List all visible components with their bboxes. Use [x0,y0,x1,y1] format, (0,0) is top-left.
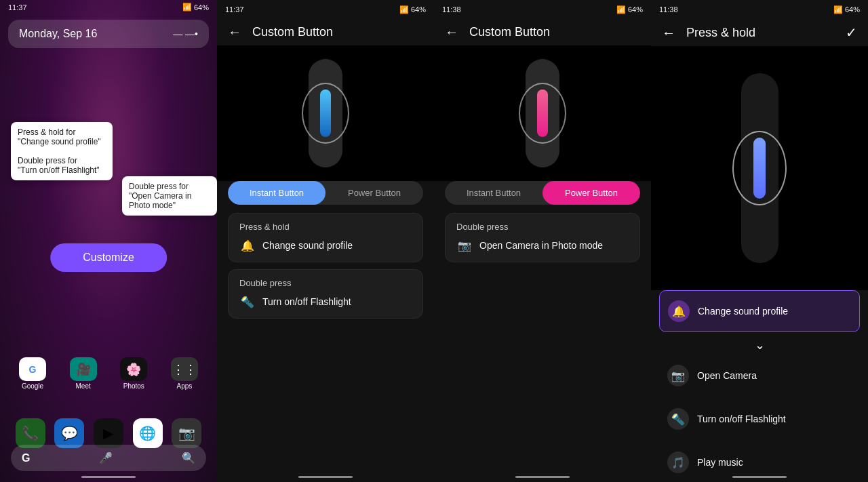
sound-profile-icon: 🔔 [668,300,690,322]
mic-icon[interactable]: 🎤 [99,451,113,464]
dock-messages[interactable]: 💬 [54,418,84,448]
date-widget: Monday, Sep 16 — —• [8,20,209,48]
home-indicator [81,476,136,478]
device-stick-3 [526,59,559,167]
confirm-button[interactable]: ✓ [846,24,857,41]
panel-custom-instant: 11:37 📶 64% ← Custom Button Instant Butt… [217,0,434,482]
selection-item-flashlight[interactable]: 🔦 Turn on/off Flashlight [659,399,860,439]
selection-item-sound[interactable]: 🔔 Change sound profile [659,290,860,332]
home-status-icons: 📶 64% [182,3,209,12]
status-bar-4: 11:38 📶 64% [651,0,868,19]
google-g-logo: G [22,452,30,464]
device-stick-4 [741,73,778,263]
battery-icon-3: 64% [628,5,643,14]
widget-controls: — —• [173,28,198,39]
home-time: 11:37 [8,3,27,12]
back-button-3[interactable]: ← [445,24,458,40]
panel-custom-power: 11:38 📶 64% ← Custom Button Instant Butt… [434,0,651,482]
back-button-2[interactable]: ← [228,24,241,40]
flashlight-icon: 🔦 [239,294,256,310]
tooltip1-line1: Press & hold for [18,127,106,137]
tooltip-press-hold: Press & hold for "Change sound profile" … [11,122,113,180]
time-4: 11:38 [659,5,678,14]
status-bar-home: 11:37 📶 64% [0,0,217,14]
home-search-bar[interactable]: G 🎤 🔍 [11,445,206,471]
tab-power-3[interactable]: Power Button [542,181,640,205]
home-indicator-2 [298,476,353,478]
double-press-card-3[interactable]: Double press 📷 Open Camera in Photo mode [445,213,640,262]
back-button-4[interactable]: ← [662,25,675,41]
panel-home: 11:37 📶 64% Monday, Sep 16 — —• Press & … [0,0,217,482]
flashlight-label: Turn on/off Flashlight [697,414,786,424]
battery-icon-2: 64% [411,5,426,14]
lens-icon[interactable]: 🔍 [182,451,195,464]
chevron-down-icon: ⌄ [659,335,860,355]
wifi-icon: 📶 [182,3,192,12]
open-camera-icon: 📷 [667,365,689,386]
music-icon: 🎵 [667,451,689,473]
wifi-icon-2: 📶 [399,5,409,14]
device-circle-3 [519,83,566,144]
action-cards-2: Press & hold 🔔 Change sound profile Doub… [217,213,434,482]
home-indicator-3 [515,476,570,478]
tooltip2-line2: "Open Camera in [129,191,210,201]
dock-camera[interactable]: 📷 [172,418,201,448]
time-2: 11:37 [225,5,244,14]
double-press-action: 🔦 Turn on/off Flashlight [239,294,412,310]
press-hold-label: Press & hold [239,222,412,232]
device-stick-2 [309,59,342,167]
double-press-label: Double press [239,278,412,288]
double-press-label-3: Double press [456,222,629,232]
nav-bar-4: ← Press & hold ✓ [651,19,868,46]
customize-button[interactable]: Customize [50,243,167,272]
double-press-action-text-3: Open Camera in Photo mode [479,240,603,251]
double-press-card[interactable]: Double press 🔦 Turn on/off Flashlight [228,269,423,319]
app-row-1: G Google 🎥 Meet 🌸 Photos ⋮⋮ Apps [16,357,201,390]
press-hold-card[interactable]: Press & hold 🔔 Change sound profile [228,213,423,262]
press-hold-action-text: Change sound profile [262,240,353,251]
home-background [0,0,217,482]
tooltip1-line4: "Turn on/off Flashlight" [18,165,106,175]
tab-bar-3: Instant Button Power Button [445,181,640,205]
screen-title-2: Custom Button [252,25,333,39]
dock-chrome[interactable]: 🌐 [133,418,163,448]
selection-item-camera[interactable]: 📷 Open Camera [659,355,860,396]
tab-power-2[interactable]: Power Button [326,181,423,205]
selection-list: 🔔 Change sound profile ⌄ 📷 Open Camera 🔦… [651,290,868,482]
action-cards-3: Double press 📷 Open Camera in Photo mode [434,213,651,482]
device-visual-4 [651,46,868,290]
nav-bar-2: ← Custom Button [217,19,434,45]
wifi-icon-3: 📶 [616,5,626,14]
flashlight-sel-icon: 🔦 [667,408,689,430]
time-3: 11:38 [442,5,461,14]
double-press-action-text: Turn on/off Flashlight [262,296,351,307]
app-meet[interactable]: 🎥 Meet [67,357,100,390]
screen-title-3: Custom Button [469,25,550,39]
tooltip1-line3: Double press for [18,156,106,165]
status-icons-2: 📶 64% [399,5,426,14]
device-visual-3 [434,45,651,181]
tab-instant-2[interactable]: Instant Button [228,181,326,205]
battery-icon: 64% [194,3,209,12]
tooltip2-line1: Double press for [129,182,210,191]
music-label: Play music [697,457,743,468]
device-visual-2 [217,45,434,181]
camera-icon-3: 📷 [456,237,473,254]
app-google[interactable]: G Google [16,357,49,390]
tab-instant-3[interactable]: Instant Button [445,181,542,205]
app-photos[interactable]: 🌸 Photos [117,357,150,390]
home-indicator-4 [732,476,787,478]
open-camera-label: Open Camera [697,370,757,381]
sound-icon: 🔔 [239,237,256,254]
status-icons-3: 📶 64% [616,5,643,14]
app-apps[interactable]: ⋮⋮ Apps [168,357,201,390]
tooltip-double-press: Double press for "Open Camera in Photo m… [122,176,217,216]
nav-bar-3: ← Custom Button [434,19,651,45]
tab-bar-2: Instant Button Power Button [228,181,423,205]
dock-phone[interactable]: 📞 [16,418,45,448]
device-circle-4 [732,131,787,205]
device-button-blue-2 [320,89,331,137]
panel-selection: 11:38 📶 64% ← Press & hold ✓ 🔔 Change so… [651,0,868,482]
dock-play[interactable]: ▶ [94,418,123,448]
status-bar-3: 11:38 📶 64% [434,0,651,19]
